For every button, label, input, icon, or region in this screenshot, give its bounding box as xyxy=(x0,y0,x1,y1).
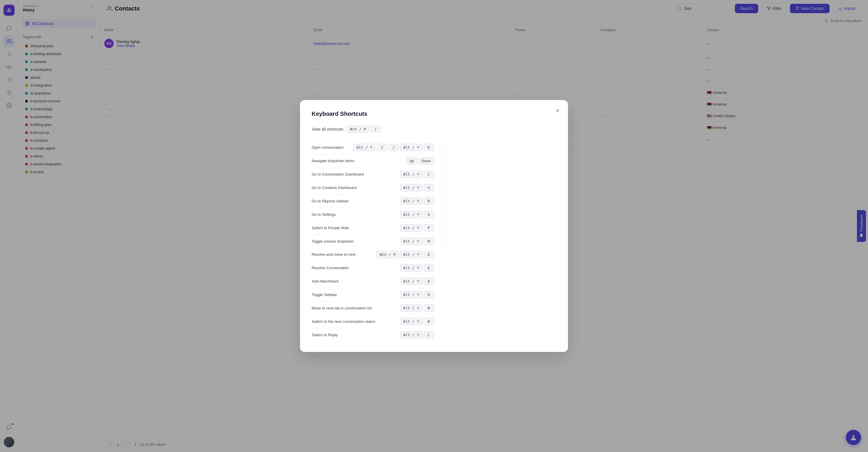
kbd-key: Alt / ⌥ xyxy=(400,305,422,312)
shortcut-keys: Alt / ⌥J/Alt / ⌥K xyxy=(353,144,434,151)
shortcut-desc: Switch to the next conversation status xyxy=(312,319,375,324)
close-icon xyxy=(555,108,560,113)
shortcut-desc: Toggle snooze dropdown xyxy=(312,239,354,244)
kbd-key: Alt / ⌥ xyxy=(400,251,422,258)
shortcut-keys: Alt / ⌥M xyxy=(400,238,434,245)
kbd-key: K xyxy=(424,144,434,151)
kbd-key: Up xyxy=(406,157,417,165)
shortcut-keys: Win / ⌘Alt / ⌥E xyxy=(376,251,434,258)
shortcuts-right-col: Resolve and move to nextWin / ⌘Alt / ⌥ER… xyxy=(312,248,434,341)
shortcut-row: Go to SettingsAlt / ⌥S xyxy=(312,208,434,221)
shortcut-keys: Alt / ⌥C xyxy=(400,171,434,178)
kbd-key: M xyxy=(424,238,434,245)
shortcut-row: Add AttachmentAlt / ⌥A xyxy=(312,275,434,288)
kbd-key: Down xyxy=(418,157,434,165)
kbd-key: Alt / ⌥ xyxy=(400,264,422,272)
view-all-keys: Win / ⌘ / xyxy=(347,125,381,133)
kbd-key: Win / ⌘ xyxy=(376,251,399,258)
kbd-key: Alt / ⌥ xyxy=(400,331,422,339)
kbd-key: Alt / ⌥ xyxy=(400,144,422,151)
kbd-key: / xyxy=(388,144,399,151)
shortcut-keys: Alt / ⌥V xyxy=(400,184,434,191)
shortcut-row: Switch to ReplyAlt / ⌥L xyxy=(312,328,434,341)
kbd-key: R xyxy=(424,197,434,205)
shortcuts-divider xyxy=(442,141,442,248)
shortcut-desc: Go to Settings xyxy=(312,212,336,217)
shortcut-keys: Alt / ⌥R xyxy=(400,197,434,205)
kbd-key: O xyxy=(424,291,434,298)
kbd-key: Alt / ⌥ xyxy=(400,291,422,298)
shortcut-keys: Alt / ⌥E xyxy=(400,264,434,272)
kbd-key: Alt / ⌥ xyxy=(400,224,422,231)
shortcut-desc: Resolve and move to next xyxy=(312,252,355,257)
shortcut-keys: Alt / ⌥S xyxy=(400,211,434,218)
shortcut-row: Switch to Private NoteAlt / ⌥P xyxy=(312,221,434,235)
shortcut-keys: Alt / ⌥L xyxy=(400,331,434,339)
shortcut-row: Toggle SidebarAlt / ⌥O xyxy=(312,288,434,302)
kbd-key: L xyxy=(424,331,434,339)
shortcut-row: Open conversationAlt / ⌥J/Alt / ⌥K xyxy=(312,141,434,154)
kbd-key: B xyxy=(424,318,434,325)
kbd-key: Alt / ⌥ xyxy=(400,278,422,285)
modal-close-btn[interactable] xyxy=(553,106,562,115)
kbd-key: C xyxy=(424,171,434,178)
kbd-key: Alt / ⌥ xyxy=(353,144,375,151)
shortcut-row: Toggle snooze dropdownAlt / ⌥M xyxy=(312,235,434,248)
kbd-key: J xyxy=(377,144,387,151)
modal-overlay[interactable]: Keyboard Shortcuts View all shortcuts Wi… xyxy=(0,0,868,452)
kbd-key: Alt / ⌥ xyxy=(400,211,422,218)
kbd-key: Alt / ⌥ xyxy=(400,184,422,191)
shortcut-keys: UpDown xyxy=(406,157,434,165)
shortcut-desc: Navigate dropdown items xyxy=(312,159,354,163)
shortcut-keys: Alt / ⌥O xyxy=(400,291,434,298)
kbd-key: S xyxy=(424,211,434,218)
shortcut-row: Go to Contacts DashboardAlt / ⌥V xyxy=(312,181,434,195)
kbd-slash: / xyxy=(370,125,381,133)
shortcut-desc: Switch to Reply xyxy=(312,333,338,337)
kbd-key: E xyxy=(424,251,434,258)
shortcut-keys: Alt / ⌥N xyxy=(400,305,434,312)
modal-title: Keyboard Shortcuts xyxy=(312,111,556,117)
kbd-key: Alt / ⌥ xyxy=(400,171,422,178)
shortcut-desc: Go to Reports sidebar xyxy=(312,199,349,203)
shortcut-row: Go to Reports sidebarAlt / ⌥R xyxy=(312,195,434,208)
shortcuts-grid: Open conversationAlt / ⌥J/Alt / ⌥KNaviga… xyxy=(312,141,556,341)
shortcut-row: Resolve ConversationAlt / ⌥E xyxy=(312,261,434,275)
shortcut-row: Navigate dropdown itemsUpDown xyxy=(312,154,434,168)
shortcuts-left-col: Open conversationAlt / ⌥J/Alt / ⌥KNaviga… xyxy=(312,141,434,248)
view-all-label: View all shortcuts xyxy=(312,127,343,132)
kbd-key: V xyxy=(424,184,434,191)
shortcut-row: Move to next tab in conversation listAlt… xyxy=(312,302,434,315)
kbd-key: Alt / ⌥ xyxy=(400,197,422,205)
shortcut-desc: Go to Conversation Dashboard xyxy=(312,172,364,176)
kbd-key: Alt / ⌥ xyxy=(400,318,422,325)
keyboard-shortcuts-modal: Keyboard Shortcuts View all shortcuts Wi… xyxy=(300,100,568,352)
shortcut-row: Go to Conversation DashboardAlt / ⌥C xyxy=(312,168,434,181)
kbd-key: N xyxy=(424,305,434,312)
shortcut-row: Switch to the next conversation statusAl… xyxy=(312,315,434,328)
shortcut-desc: Toggle Sidebar xyxy=(312,292,337,297)
kbd-key: E xyxy=(424,264,434,272)
shortcut-desc: Go to Contacts Dashboard xyxy=(312,186,356,190)
shortcut-desc: Move to next tab in conversation list xyxy=(312,306,372,310)
shortcut-desc: Resolve Conversation xyxy=(312,266,349,270)
shortcut-desc: Switch to Private Note xyxy=(312,226,349,230)
shortcut-desc: Add Attachment xyxy=(312,279,338,283)
shortcut-desc: Open conversation xyxy=(312,145,343,149)
kbd-key: P xyxy=(424,224,434,231)
shortcut-keys: Alt / ⌥A xyxy=(400,278,434,285)
shortcut-row: Resolve and move to nextWin / ⌘Alt / ⌥E xyxy=(312,248,434,261)
kbd-win-meta: Win / ⌘ xyxy=(347,125,369,133)
view-all-shortcuts-row: View all shortcuts Win / ⌘ / xyxy=(312,125,556,133)
shortcut-keys: Alt / ⌥P xyxy=(400,224,434,231)
kbd-key: A xyxy=(424,278,434,285)
shortcut-keys: Alt / ⌥B xyxy=(400,318,434,325)
kbd-key: Alt / ⌥ xyxy=(400,238,422,245)
